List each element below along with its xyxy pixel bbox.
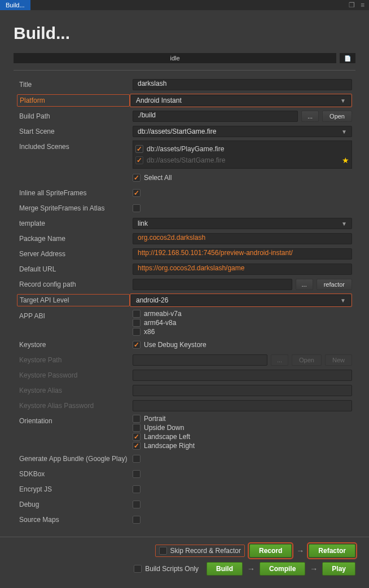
refactor-action-button[interactable]: Refactor — [309, 544, 355, 558]
template-select[interactable]: link ▼ — [133, 218, 352, 229]
record-button[interactable]: Record — [249, 544, 292, 558]
abi-arm64-v8a-checkbox[interactable] — [133, 319, 140, 327]
use-debug-keystore-label: Use Debug Keystore — [144, 341, 207, 349]
target-api-level-select[interactable]: android-26 ▼ — [131, 295, 351, 306]
label-template: template — [17, 220, 133, 227]
label-keystore-path: Keystore Path — [17, 356, 133, 364]
label-keystore-alias: Keystore Alias — [17, 387, 133, 394]
arrow-icon: → — [296, 546, 304, 555]
build-button[interactable]: Build — [207, 562, 243, 576]
keystore-path-input — [133, 354, 267, 366]
label-default-url: Default URL — [17, 265, 133, 273]
scene-checkbox[interactable] — [135, 145, 143, 153]
titlebar: Build... ❐ ≡ — [0, 0, 369, 10]
chevron-down-icon: ▼ — [341, 221, 347, 227]
build-path-open-button[interactable]: Open — [322, 111, 352, 122]
play-button[interactable]: Play — [322, 562, 355, 576]
use-debug-keystore-checkbox[interactable] — [133, 341, 140, 349]
label-encrypt-js: Encrypt JS — [17, 485, 133, 493]
status-log-icon[interactable] — [340, 53, 355, 63]
build-path-input[interactable]: ./build — [133, 111, 298, 122]
scene-path: db://assets/PlayGame.fire — [147, 145, 224, 153]
build-scripts-only-checkbox[interactable] — [134, 565, 142, 573]
label-start-scene: Start Scene — [17, 128, 133, 135]
keystore-password-input — [133, 370, 352, 381]
arrow-icon: → — [247, 564, 255, 573]
label-generate-app-bundle: Generate App Bundle (Google Play) — [17, 455, 133, 463]
label-inline-spriteframes: Inline all SpriteFrames — [17, 189, 133, 197]
label-keystore-password: Keystore Password — [17, 371, 133, 379]
sdkbox-checkbox[interactable] — [133, 470, 140, 478]
label-title: Title — [17, 81, 133, 89]
record-config-browse-button[interactable]: ... — [296, 279, 313, 290]
status-text: idle — [14, 53, 336, 63]
menu-icon[interactable]: ≡ — [361, 1, 364, 9]
scene-checkbox[interactable] — [135, 156, 143, 164]
label-source-maps: Source Maps — [17, 516, 133, 524]
keystore-path-new-button: New — [325, 354, 352, 366]
platform-select[interactable]: Android Instant ▼ — [131, 95, 351, 106]
server-address-input[interactable]: http://192.168.50.101:7456/preview-andro… — [133, 248, 352, 260]
skip-record-refactor-label: Skip Record & Refactor — [170, 547, 241, 555]
encrypt-js-checkbox[interactable] — [133, 485, 140, 493]
arrow-icon: → — [310, 564, 318, 573]
label-platform: Platform — [17, 94, 130, 107]
compile-button[interactable]: Compile — [260, 562, 305, 576]
chevron-down-icon: ▼ — [340, 98, 346, 104]
chevron-down-icon: ▼ — [341, 129, 347, 135]
orientation-landscape-left-checkbox[interactable] — [133, 433, 140, 441]
title-input[interactable]: darkslash — [133, 79, 352, 90]
chevron-down-icon: ▼ — [340, 297, 346, 304]
label-server-address: Server Address — [17, 250, 133, 258]
included-scenes-box: db://assets/PlayGame.fire db://assets/St… — [133, 141, 352, 169]
label-app-abi: APP ABI — [17, 310, 133, 320]
generate-app-bundle-checkbox[interactable] — [133, 455, 140, 463]
label-merge-spriteframes: Merge SpriteFrames in Atlas — [17, 204, 133, 212]
refactor-button[interactable]: refactor — [317, 279, 352, 290]
label-record-config-path: Record config path — [17, 280, 133, 288]
orientation-landscape-right-checkbox[interactable] — [133, 442, 140, 450]
popout-icon[interactable]: ❐ — [349, 1, 355, 9]
keystore-path-browse-button: ... — [271, 354, 288, 366]
inline-spriteframes-checkbox[interactable] — [133, 189, 140, 197]
build-scripts-only-group[interactable]: Build Scripts Only — [130, 563, 202, 574]
select-all-label: Select All — [144, 174, 172, 182]
scene-row[interactable]: db://assets/StartGame.fire ★ — [135, 155, 349, 166]
merge-spriteframes-checkbox[interactable] — [133, 204, 140, 212]
build-scripts-only-label: Build Scripts Only — [145, 565, 199, 573]
star-icon: ★ — [342, 156, 349, 165]
titlebar-tab[interactable]: Build... — [0, 0, 30, 10]
keystore-path-open-button: Open — [292, 354, 322, 366]
default-url-input[interactable]: https://org.cocos2d.darkslash/game — [133, 264, 352, 275]
scene-path: db://assets/StartGame.fire — [147, 156, 225, 164]
label-keystore-alias-password: Keystore Alias Password — [17, 402, 133, 410]
skip-record-refactor-checkbox[interactable] — [159, 547, 167, 555]
record-config-path-input[interactable] — [133, 279, 292, 290]
label-package-name: Package Name — [17, 235, 133, 243]
scene-row[interactable]: db://assets/PlayGame.fire — [135, 143, 349, 155]
label-sdkbox: SDKBox — [17, 470, 133, 478]
footer: Skip Record & Refactor Record → Refactor… — [0, 537, 369, 587]
select-all-checkbox[interactable] — [133, 174, 140, 182]
package-name-input[interactable]: org.cocos2d.darkslash — [133, 233, 352, 244]
divider — [14, 70, 355, 71]
abi-x86-checkbox[interactable] — [133, 328, 140, 336]
label-keystore: Keystore — [17, 341, 133, 349]
label-debug: Debug — [17, 501, 133, 508]
label-target-api-level: Target API Level — [17, 294, 130, 306]
keystore-alias-password-input — [133, 400, 352, 411]
orientation-upside-down-checkbox[interactable] — [133, 424, 140, 432]
debug-checkbox[interactable] — [133, 501, 140, 508]
skip-record-refactor-group[interactable]: Skip Record & Refactor — [155, 545, 245, 557]
label-included-scenes: Included Scenes — [17, 141, 133, 151]
label-orientation: Orientation — [17, 415, 133, 425]
keystore-alias-input — [133, 385, 352, 396]
build-path-browse-button[interactable]: ... — [301, 111, 319, 122]
abi-armeabi-v7a-checkbox[interactable] — [133, 310, 140, 318]
label-build-path: Build Path — [17, 112, 133, 120]
page-title: Build... — [14, 24, 355, 43]
source-maps-checkbox[interactable] — [133, 516, 140, 524]
start-scene-select[interactable]: db://assets/StartGame.fire ▼ — [133, 126, 352, 137]
orientation-portrait-checkbox[interactable] — [133, 415, 140, 423]
